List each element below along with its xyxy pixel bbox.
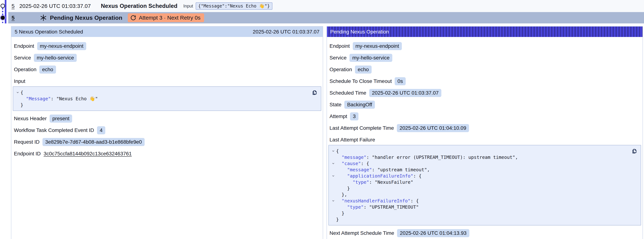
field-value-chip: my-nexus-endpoint xyxy=(37,42,86,50)
collapse-chevron-icon[interactable] xyxy=(330,162,336,165)
code-line: } xyxy=(330,216,628,222)
event-row-pending[interactable]: 5 Pending Nexus Operation Attempt 3 · Ne… xyxy=(8,12,644,24)
code-line: } xyxy=(330,185,628,192)
copy-icon xyxy=(312,89,318,95)
input-preview-chip: {"Message":"Nexus Echo 👋"} xyxy=(196,2,272,10)
event-timestamp: 2025-02-26 UTC 01:03:37.07 xyxy=(20,3,91,9)
event-timeline-rail xyxy=(0,0,8,24)
pending-panel-header: Pending Nexus Operation xyxy=(327,26,642,37)
section-label: Input xyxy=(14,78,320,84)
code-line: } xyxy=(330,210,628,216)
copy-button[interactable] xyxy=(311,89,318,96)
code-text: { xyxy=(336,148,339,154)
code-text: { xyxy=(20,90,23,95)
scheduled-panel-header: 5 Nexus Operation Scheduled 2025-02-26 U… xyxy=(11,26,323,37)
collapse-chevron-icon[interactable] xyxy=(330,199,336,202)
code-line: { xyxy=(15,89,308,96)
field-label: Scheduled Time xyxy=(330,90,366,96)
timeline-connector-dashed xyxy=(2,8,3,23)
code-text: "applicationFailureInfo": { xyxy=(336,173,422,178)
field-label: Service xyxy=(14,55,31,61)
panel-body: Endpointmy-nexus-endpointServicemy-hello… xyxy=(327,37,642,237)
event-history-rows: 5 2025-02-26 UTC 01:03:37.07 Nexus Opera… xyxy=(8,0,644,24)
field-label: Next Attempt Schedule Time xyxy=(330,230,394,236)
field-value-chip: 4 xyxy=(97,126,106,134)
code-line: "type": "UPSTREAM_TIMEOUT" xyxy=(330,204,628,210)
pending-asterisk-icon xyxy=(40,14,47,22)
field-row: Servicemy-hello-service xyxy=(330,54,640,62)
field-label: Nexus Header xyxy=(14,116,47,122)
code-line: "cause": { xyxy=(330,160,628,166)
code-line: "message": "upstream timeout", xyxy=(330,166,628,173)
field-label: Endpoint ID xyxy=(14,151,41,157)
retry-badge-label: Attempt 3 · Next Retry 0s xyxy=(139,15,200,21)
last-attempt-failure-json: { "message": "handler error (UPSTREAM_TI… xyxy=(328,145,641,226)
code-text: "message": "handler error (UPSTREAM_TIME… xyxy=(336,155,518,160)
field-row: Nexus Headerpresent xyxy=(14,114,320,122)
field-row: Next Attempt Schedule Time2025-02-26 UTC… xyxy=(330,229,640,237)
code-text: } xyxy=(336,186,350,191)
code-line: }, xyxy=(330,192,628,198)
field-row: Operationecho xyxy=(14,66,320,74)
field-label: Schedule To Close Timeout xyxy=(330,78,392,84)
field-row: Schedule To Close Timeout0s xyxy=(330,77,640,85)
input-json: { "Message": "Nexus Echo 👋"} xyxy=(13,86,321,111)
panel-body: Endpointmy-nexus-endpointServicemy-hello… xyxy=(11,37,323,158)
event-detail-panels: 5 Nexus Operation Scheduled 2025-02-26 U… xyxy=(11,26,643,239)
code-line: } xyxy=(15,102,308,108)
field-row: Endpointmy-nexus-endpoint xyxy=(14,42,320,50)
code-line: "message": "handler error (UPSTREAM_TIME… xyxy=(330,154,628,160)
field-row: Operationecho xyxy=(330,66,640,74)
code-text: "message": "upstream timeout", xyxy=(336,167,430,172)
code-line: { xyxy=(330,148,628,154)
endpoint-id-link[interactable]: 3c0c75ccfa8144b092c13ce632463761 xyxy=(44,151,132,157)
field-value-chip: 2025-02-26 UTC 01:04:10.09 xyxy=(397,124,469,132)
field-label: Request ID xyxy=(14,139,40,145)
field-value-chip: 2025-02-26 UTC 01:04:13.93 xyxy=(397,229,469,237)
field-row: Scheduled Time2025-02-26 UTC 01:03:37.07 xyxy=(330,89,640,97)
code-text: "Message": "Nexus Echo 👋" xyxy=(20,96,98,102)
field-value-chip: echo xyxy=(39,66,56,74)
panel-timestamp: 2025-02-26 UTC 01:03:37.07 xyxy=(253,29,320,35)
panel-title: Pending Nexus Operation xyxy=(330,29,389,35)
code-line: "nexusHandlerFailureInfo": { xyxy=(330,198,628,204)
code-text: } xyxy=(20,102,23,108)
open-circle-icon xyxy=(0,4,5,8)
field-label: Workflow Task Completed Event ID xyxy=(14,127,94,133)
field-row: Servicemy-hello-service xyxy=(14,54,320,62)
code-line: "type": "NexusFailure" xyxy=(330,179,628,185)
retry-status-badge: Attempt 3 · Next Retry 0s xyxy=(128,13,204,22)
field-label: Endpoint xyxy=(14,43,34,49)
event-input-label: Input xyxy=(183,4,193,8)
field-value-chip: 2025-02-26 UTC 01:03:37.07 xyxy=(369,89,441,97)
code-text: }, xyxy=(336,192,347,197)
code-line: "applicationFailureInfo": { xyxy=(330,173,628,179)
retry-icon xyxy=(130,15,136,21)
field-value-chip: BackingOff xyxy=(344,101,375,109)
code-text: "type": "NexusFailure" xyxy=(336,180,413,185)
field-row: StateBackingOff xyxy=(330,101,640,109)
pending-operation-panel: Pending Nexus Operation Endpointmy-nexus… xyxy=(326,26,643,239)
field-row: Attempt3 xyxy=(330,112,640,120)
event-id-link[interactable]: 5 xyxy=(12,3,15,9)
copy-button[interactable] xyxy=(631,148,638,154)
field-label: Operation xyxy=(330,66,352,72)
field-value-chip: my-nexus-endpoint xyxy=(353,42,402,50)
field-value-chip: echo xyxy=(355,66,372,74)
field-label: Attempt xyxy=(330,114,347,119)
code-line: "Message": "Nexus Echo 👋" xyxy=(15,96,308,102)
active-group-bar xyxy=(5,0,6,24)
event-id-link[interactable]: 5 xyxy=(12,15,15,21)
collapse-chevron-icon[interactable] xyxy=(330,150,336,152)
collapse-chevron-icon[interactable] xyxy=(15,91,20,94)
code-text: } xyxy=(336,217,339,222)
field-value-chip: 3e829b7e-7d67-4b08-aad3-b1e868bfe9e0 xyxy=(42,138,144,146)
panel-title: 5 Nexus Operation Scheduled xyxy=(15,29,83,35)
collapse-chevron-icon[interactable] xyxy=(330,174,336,178)
field-row: Last Attempt Complete Time2025-02-26 UTC… xyxy=(330,124,640,132)
field-value-chip: my-hello-service xyxy=(350,54,392,62)
event-row-scheduled[interactable]: 5 2025-02-26 UTC 01:03:37.07 Nexus Opera… xyxy=(8,0,644,12)
event-title: Pending Nexus Operation xyxy=(50,14,122,21)
field-row: Request ID3e829b7e-7d67-4b08-aad3-b1e868… xyxy=(14,138,320,146)
field-label: Endpoint xyxy=(330,43,350,49)
